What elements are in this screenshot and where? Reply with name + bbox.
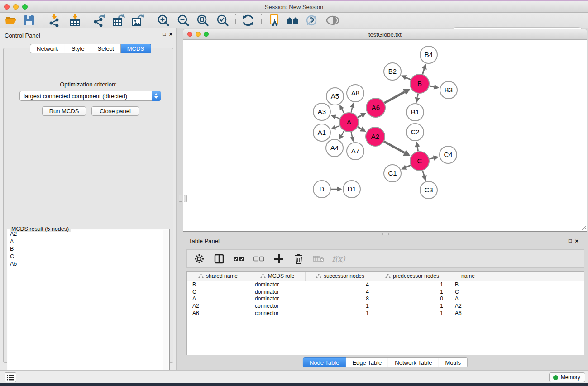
graph-node-A2[interactable]: A2 [366,127,385,146]
open-session-icon[interactable] [3,14,19,27]
refresh-layout-icon[interactable] [240,14,256,27]
graph-edge-C-C2[interactable] [417,147,418,151]
save-session-icon[interactable] [21,14,37,27]
graph-node-A[interactable]: A [339,113,359,132]
close-panel-button[interactable]: Close panel [91,106,139,116]
task-history-button[interactable] [5,372,16,382]
graph-node-B4[interactable]: B4 [420,46,437,63]
table-row[interactable]: Bdominator41B [187,281,584,288]
graph-edge-A-A7[interactable] [351,132,352,137]
close-panel-icon[interactable]: × [169,31,172,38]
memory-button[interactable]: Memory [549,372,585,382]
graph-node-B1[interactable]: B1 [406,104,424,121]
add-row-icon[interactable] [273,253,285,265]
graph-edge-C-C4[interactable] [429,158,434,159]
graph-node-A3[interactable]: A3 [313,103,330,120]
graph-edge-A-A6[interactable] [358,115,361,118]
graph-edge-A-A3[interactable] [335,117,340,119]
clone-network-icon[interactable] [267,14,282,27]
mcds-result-item[interactable]: A [8,238,163,246]
graph-edge-A-A5[interactable] [342,109,344,114]
network-view-window[interactable]: testGlobe.txt AA1A2A3A4A5A6A7A8BB1B2B3B4… [183,29,587,232]
graph-node-C[interactable]: C [410,152,429,171]
network-canvas[interactable]: AA1A2A3A4A5A6A7A8BB1B2B3B4CC1C2C3C4DD1 [183,40,587,231]
show-columns-icon[interactable] [213,253,225,265]
graph-node-C2[interactable]: C2 [406,124,424,141]
graph-node-D[interactable]: D [313,181,330,198]
graph-node-A6[interactable]: A6 [366,98,385,117]
tab-select[interactable]: Select [91,44,121,53]
import-table-icon[interactable] [67,14,83,27]
graph-node-C3[interactable]: C3 [420,181,437,199]
criterion-dropdown[interactable]: largest connected component (directed) [19,91,161,101]
float-panel-icon[interactable]: □ [163,31,166,38]
graph-node-B3[interactable]: B3 [440,81,457,99]
column-header-shared-name[interactable]: shared name [187,272,249,281]
run-mcds-button[interactable]: Run MCDS [42,106,86,116]
table-settings-icon[interactable] [193,253,205,265]
column-header-successor-nodes[interactable]: successor nodes [306,272,375,281]
main-titlebar[interactable]: Session: New Session [0,1,588,13]
mcds-result-item[interactable]: B [8,245,163,253]
graph-edge-B-B3[interactable] [429,86,434,87]
export-network-icon[interactable] [91,14,107,27]
import-network-icon[interactable] [47,14,62,27]
tab-motifs[interactable]: Motifs [439,357,468,367]
table-row[interactable]: Adominator80A [187,295,584,302]
graph-edge-A-A2[interactable] [358,127,361,129]
column-header-predecessor-nodes[interactable]: predecessor nodes [375,272,449,281]
home-icon[interactable] [285,14,301,27]
tab-style[interactable]: Style [65,44,91,53]
graph-node-C4[interactable]: C4 [440,146,457,163]
mcds-result-list[interactable]: A2ABCA6 [8,230,163,379]
column-header-mcds-role[interactable]: MCDS role [249,272,306,281]
horizontal-split-handle[interactable] [382,233,389,235]
delete-row-icon[interactable] [293,253,305,265]
network-vertical-scrollbar[interactable] [184,195,187,202]
graph-edge-C-C1[interactable] [406,165,411,167]
graph-edge-A-A8[interactable] [351,107,352,112]
graph-edge-B-B4[interactable] [423,69,425,74]
graph-edge-A2-C[interactable] [384,142,404,153]
graph-node-A1[interactable]: A1 [313,124,330,141]
zoom-selected-icon[interactable] [215,14,230,27]
export-image-icon[interactable] [130,14,145,27]
float-table-panel-icon[interactable]: □ [569,238,572,244]
graph-edge-B-B2[interactable] [406,77,411,80]
mcds-result-item[interactable]: C [8,253,163,261]
graph-edge-C-C3[interactable] [423,171,425,176]
graph-node-A5[interactable]: A5 [326,88,344,105]
graph-node-B2[interactable]: B2 [384,63,401,80]
network-window-titlebar[interactable]: testGlobe.txt [183,29,587,40]
export-table-icon[interactable] [110,14,126,27]
tab-node-table[interactable]: Node Table [303,357,346,367]
mcds-result-scrollbar[interactable] [163,230,168,379]
graph-edge-B-B1[interactable] [417,94,418,98]
zoom-out-icon[interactable] [176,14,191,27]
graph-node-B[interactable]: B [410,74,429,93]
graph-node-A4[interactable]: A4 [326,139,343,157]
graph-edge-A-A1[interactable] [335,126,340,128]
vertical-split-handle[interactable] [179,195,182,202]
graph-node-C1[interactable]: C1 [384,165,401,182]
window-resize-grip[interactable] [581,225,586,231]
graph-node-A8[interactable]: A8 [347,85,364,102]
show-graphics-details-icon[interactable] [325,14,340,27]
column-header-name[interactable]: name [449,272,487,281]
graph-node-A7[interactable]: A7 [347,143,364,160]
toggle-bird-view-icon[interactable] [304,14,319,27]
table-row[interactable]: Cdominator41C [187,288,584,295]
tab-edge-table[interactable]: Edge Table [346,357,388,367]
graph-edge-A-A4[interactable] [342,131,344,135]
tab-network[interactable]: Network [30,44,65,53]
table-row[interactable]: A6connector11A6 [187,310,584,317]
select-all-icon[interactable] [233,253,245,265]
tab-mcds[interactable]: MCDS [121,44,151,53]
zoom-fit-icon[interactable] [195,14,210,27]
zoom-in-icon[interactable] [156,14,171,27]
mcds-result-item[interactable]: A6 [8,260,163,268]
close-table-panel-icon[interactable]: × [575,238,578,244]
deselect-all-icon[interactable] [253,253,265,265]
graph-edge-A6-B[interactable] [384,92,404,103]
table-row[interactable]: A2connector11A2 [187,302,584,310]
